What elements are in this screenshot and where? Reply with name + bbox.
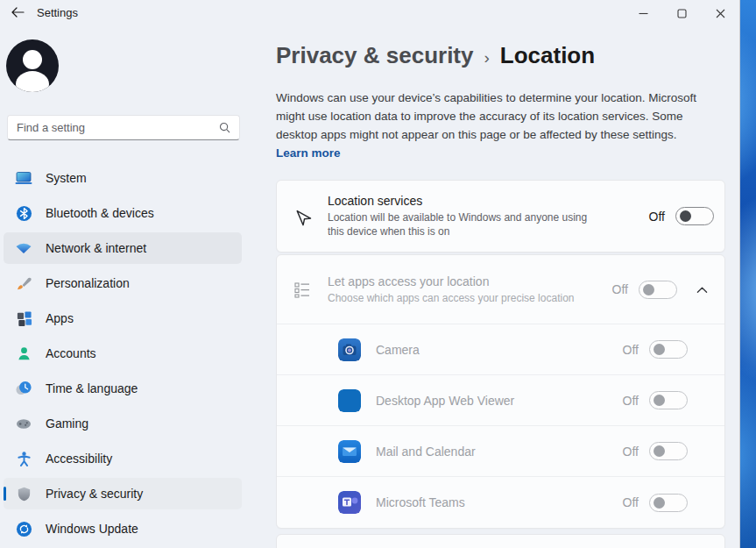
breadcrumb: Privacy & security › Location bbox=[276, 42, 725, 69]
selection-indicator bbox=[4, 487, 6, 501]
collapse-button[interactable] bbox=[689, 286, 714, 294]
toggle-knob bbox=[643, 284, 654, 295]
app-row-desktop-app-web-viewer: Desktop App Web Viewer Off bbox=[277, 375, 724, 426]
app-row-microsoft-teams: Microsoft Teams Off bbox=[277, 477, 724, 528]
minimize-icon bbox=[639, 9, 648, 18]
app-row-mail-and-calendar: Mail and Calendar Off bbox=[277, 426, 724, 477]
setting-subtitle: Choose which apps can access your precis… bbox=[328, 291, 599, 305]
desktop-wallpaper bbox=[740, 0, 756, 548]
wifi-icon bbox=[15, 239, 32, 257]
sidebar-item-label: Accessibility bbox=[46, 452, 112, 466]
shield-icon bbox=[15, 485, 32, 502]
accessibility-person-icon bbox=[15, 450, 32, 467]
clock-globe-icon bbox=[15, 380, 32, 397]
description-text: Windows can use your device’s capabiliti… bbox=[276, 91, 696, 141]
app-list-icon bbox=[277, 281, 328, 298]
close-icon bbox=[716, 9, 725, 18]
app-row-camera: Camera Off bbox=[277, 324, 724, 375]
sidebar-item-network-internet[interactable]: Network & internet bbox=[4, 232, 242, 264]
sidebar-item-privacy-security[interactable]: Privacy & security bbox=[4, 478, 242, 509]
sidebar-item-accessibility[interactable]: Accessibility bbox=[4, 443, 242, 474]
desktop-app-web-viewer-icon bbox=[338, 389, 361, 412]
teams-app-icon bbox=[338, 491, 361, 514]
main-content: Privacy & security › Location Windows ca… bbox=[276, 26, 725, 548]
toggle-knob bbox=[654, 445, 665, 457]
sidebar-item-apps[interactable]: Apps bbox=[4, 302, 242, 334]
app-title: Settings bbox=[37, 6, 78, 19]
app-name: Microsoft Teams bbox=[376, 495, 623, 509]
toggle-knob bbox=[654, 497, 665, 509]
toggle-knob bbox=[654, 395, 665, 406]
sidebar-item-label: Time & language bbox=[46, 381, 138, 395]
toggle-state-label: Off bbox=[623, 445, 639, 459]
close-button[interactable] bbox=[701, 0, 739, 26]
app-name: Camera bbox=[376, 343, 623, 357]
avatar[interactable] bbox=[6, 39, 59, 92]
sidebar-item-label: Apps bbox=[46, 311, 74, 325]
sidebar-item-bluetooth-devices[interactable]: Bluetooth & devices bbox=[4, 197, 242, 229]
app-name: Desktop App Web Viewer bbox=[376, 394, 623, 408]
sidebar-item-time-language[interactable]: Time & language bbox=[4, 373, 242, 404]
mail-and-calendar-toggle bbox=[649, 442, 688, 460]
person-icon bbox=[15, 345, 32, 362]
toggle-state-label: Off bbox=[649, 210, 665, 224]
app-name: Mail and Calendar bbox=[376, 445, 623, 459]
apps-grid-icon bbox=[15, 310, 32, 327]
sidebar-item-label: Personalization bbox=[46, 276, 130, 290]
toggle-knob bbox=[680, 210, 691, 222]
mail-app-icon bbox=[338, 440, 361, 463]
sidebar-item-label: System bbox=[46, 171, 87, 185]
toggle-state-label: Off bbox=[623, 394, 639, 408]
settings-window: Settings bbox=[0, 0, 740, 548]
camera-toggle bbox=[649, 340, 688, 359]
sidebar-item-accounts[interactable]: Accounts bbox=[4, 338, 242, 369]
location-services-toggle[interactable] bbox=[675, 207, 714, 225]
back-arrow-icon bbox=[11, 7, 25, 18]
next-setting-card bbox=[276, 534, 725, 548]
game-controller-icon bbox=[15, 415, 32, 432]
sidebar-item-personalization[interactable]: Personalization bbox=[4, 267, 242, 299]
titlebar: Settings bbox=[0, 0, 739, 26]
page-title: Location bbox=[500, 42, 595, 69]
toggle-state-label: Off bbox=[623, 495, 639, 509]
sidebar-item-label: Network & internet bbox=[46, 241, 146, 255]
search-icon bbox=[219, 122, 230, 133]
setting-title: Location services bbox=[328, 194, 640, 208]
sidebar-item-gaming[interactable]: Gaming bbox=[4, 408, 242, 439]
apps-access-toggle bbox=[639, 281, 677, 299]
bluetooth-icon bbox=[15, 204, 32, 222]
search-box bbox=[7, 115, 240, 140]
apps-access-card: Let apps access your location Choose whi… bbox=[276, 254, 725, 529]
toggle-state-label: Off bbox=[612, 282, 628, 296]
toggle-knob bbox=[654, 344, 665, 355]
page-description: Windows can use your device’s capabiliti… bbox=[276, 89, 725, 162]
system-icon bbox=[15, 169, 32, 187]
sidebar-item-label: Privacy & security bbox=[46, 487, 143, 501]
desktop-app-web-viewer-toggle bbox=[649, 391, 688, 409]
maximize-button[interactable] bbox=[662, 0, 701, 26]
sidebar-item-windows-update[interactable]: Windows Update bbox=[4, 513, 242, 544]
user-silhouette-icon bbox=[6, 39, 59, 92]
sidebar-item-label: Bluetooth & devices bbox=[46, 206, 154, 220]
sidebar-item-label: Accounts bbox=[46, 346, 96, 360]
apps-access-header[interactable]: Let apps access your location Choose whi… bbox=[277, 255, 724, 324]
breadcrumb-separator-icon: › bbox=[484, 48, 489, 68]
window-controls bbox=[624, 0, 739, 26]
minimize-button[interactable] bbox=[624, 0, 662, 26]
sidebar-item-system[interactable]: System bbox=[4, 162, 242, 194]
camera-app-icon bbox=[338, 338, 361, 361]
microsoft-teams-toggle bbox=[649, 494, 688, 512]
chevron-up-icon bbox=[696, 286, 708, 294]
maximize-icon bbox=[677, 9, 687, 18]
toggle-state-label: Off bbox=[623, 343, 639, 357]
sync-arrows-icon bbox=[15, 520, 32, 537]
search-input[interactable] bbox=[17, 121, 219, 134]
breadcrumb-parent[interactable]: Privacy & security bbox=[276, 42, 473, 69]
location-arrow-icon bbox=[277, 207, 328, 226]
brush-icon bbox=[15, 274, 32, 292]
location-services-card: Location services Location will be avail… bbox=[276, 180, 725, 253]
setting-title: Let apps access your location bbox=[328, 274, 604, 288]
back-button[interactable] bbox=[5, 2, 30, 23]
sidebar-item-label: Gaming bbox=[46, 416, 88, 431]
learn-more-link[interactable]: Learn more bbox=[276, 144, 341, 162]
